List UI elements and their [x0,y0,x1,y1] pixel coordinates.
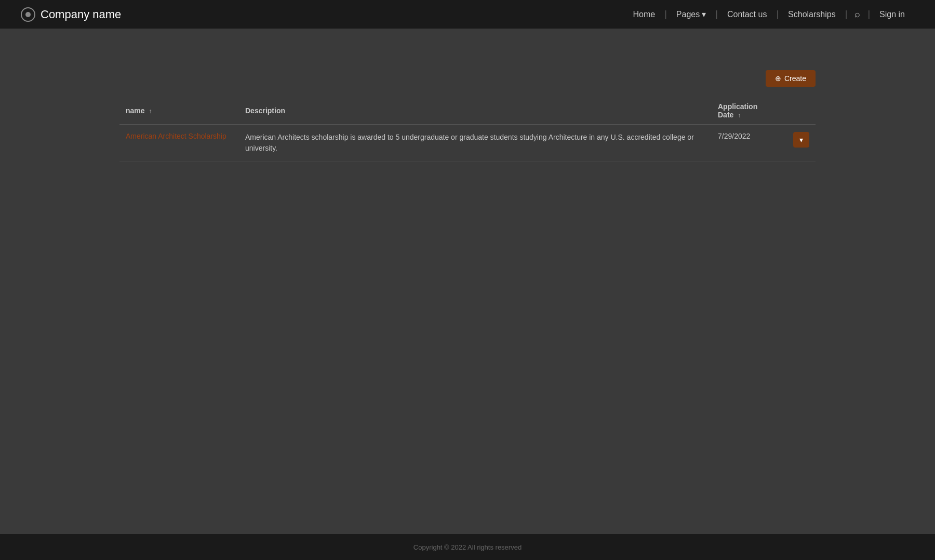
table-head: name ↑ Description Application Date ↑ [119,97,816,125]
logo-inner [25,12,31,17]
brand-name: Company name [41,8,121,21]
table-row: American Architect Scholarship American … [119,125,816,162]
navbar: Company name Home | Pages ▾ | Contact us… [0,0,935,29]
col-name-sort-icon: ↑ [149,108,152,115]
col-actions [774,97,816,125]
nav-links: Home | Pages ▾ | Contact us | Scholarshi… [623,9,914,20]
pages-chevron-icon: ▾ [702,9,706,19]
col-description-label: Description [245,106,285,115]
footer-copyright: Copyright © 2022 All rights reserved [413,543,522,551]
nav-pages[interactable]: Pages ▾ [667,9,715,19]
nav-scholarships[interactable]: Scholarships [779,10,845,19]
nav-signin[interactable]: Sign in [870,10,914,19]
col-description[interactable]: Description [239,97,712,125]
scholarships-table: name ↑ Description Application Date ↑ Am… [119,97,816,162]
search-icon[interactable]: ⌕ [847,9,867,20]
scholarship-action-button[interactable]: ▾ [793,132,809,148]
col-name-label: name [126,106,145,115]
scholarship-name-link[interactable]: American Architect Scholarship [126,132,226,140]
footer: Copyright © 2022 All rights reserved [0,534,935,560]
col-name[interactable]: name ↑ [119,97,239,125]
nav-pages-label: Pages [676,10,700,19]
scholarship-name-cell: American Architect Scholarship [119,125,239,162]
scholarship-description: American Architects scholarship is award… [245,133,694,152]
logo-icon [21,7,35,22]
create-plus-icon: ⊕ [775,74,781,83]
create-button[interactable]: ⊕ Create [766,70,816,87]
main-content: ⊕ Create name ↑ Description Application … [0,29,935,534]
col-application-date[interactable]: Application Date ↑ [712,97,774,125]
create-label: Create [784,74,806,83]
toolbar: ⊕ Create [119,70,816,87]
scholarship-action-cell: ▾ [774,125,816,162]
nav-home[interactable]: Home [623,10,664,19]
chevron-down-icon: ▾ [799,136,803,144]
table-body: American Architect Scholarship American … [119,125,816,162]
brand: Company name [21,7,121,22]
scholarship-description-cell: American Architects scholarship is award… [239,125,712,162]
scholarship-date: 7/29/2022 [718,132,750,140]
table-header-row: name ↑ Description Application Date ↑ [119,97,816,125]
col-date-sort-icon: ↑ [738,112,741,119]
nav-contact[interactable]: Contact us [718,10,776,19]
scholarship-date-cell: 7/29/2022 [712,125,774,162]
